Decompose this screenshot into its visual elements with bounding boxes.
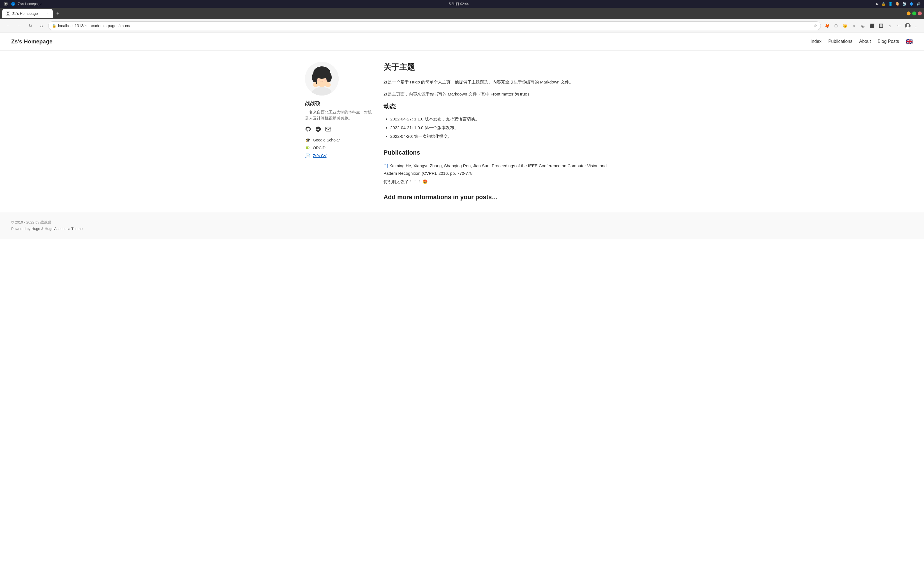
news-title: 动态 (383, 102, 619, 111)
back-button[interactable]: ← (3, 21, 12, 30)
browser-toolbar: ← → ↻ ⌂ 🔒 localhost:1313/zs-academic-pag… (0, 19, 924, 32)
person-name: 战战硕 (305, 100, 372, 107)
system-datetime: 5月1日 02:44 (42, 2, 876, 6)
main-container: 战战硕 一名来自西北工业大学的本科生，对机器人及计算机视觉感兴趣。 (294, 51, 630, 212)
pub-entry-1: [1] Kaiming He, Xiangyu Zhang, Shaoqing … (383, 162, 619, 185)
news-item-2: 2022-04-21: 1.0.0 第一个版本发布。 (390, 124, 619, 131)
orcid-icon: ID (305, 145, 311, 151)
url-text: localhost:1313/zs-academic-pages/zh-cn/ (58, 24, 812, 28)
about-para1: 这是一个基于 Hugo 的简单个人主页。他提供了主题渲染、内容完全取决于你编写的… (383, 78, 619, 86)
system-bar-left: E e Zs's Homepage (3, 2, 42, 6)
video-icon: ▶ (876, 2, 879, 6)
svg-line-14 (319, 78, 321, 78)
active-tab[interactable]: Z Zs's Homepage × (2, 9, 53, 18)
nav-about[interactable]: About (859, 39, 871, 44)
scholar-icon: 🎓 (305, 137, 311, 143)
window-controls (906, 11, 922, 15)
address-bar[interactable]: 🔒 localhost:1313/zs-academic-pages/zh-cn… (48, 21, 821, 30)
system-app-icon: E (3, 2, 8, 6)
github-icon[interactable] (305, 126, 312, 133)
page-content: Zs's Homepage Index Publications About B… (0, 32, 924, 577)
nav-publications[interactable]: Publications (828, 39, 852, 44)
refresh-button[interactable]: ↻ (26, 21, 35, 30)
hugo-link[interactable]: Hugo (410, 79, 420, 84)
pub-text: [1] Kaiming He, Xiangyu Zhang, Shaoqing … (383, 162, 619, 177)
language-flag[interactable]: 🇬🇧 (906, 38, 913, 45)
svg-point-5 (906, 24, 909, 26)
google-scholar-link[interactable]: 🎓 Google Scholar (305, 137, 372, 143)
edge-icon: e (11, 2, 16, 6)
ext2-icon[interactable]: 🐱 (841, 22, 849, 30)
bluetooth-icon: 🔷 (909, 2, 914, 6)
site-nav: Index Publications About Blog Posts 🇬🇧 (811, 38, 913, 45)
svg-text:E: E (5, 3, 7, 6)
home-button[interactable]: ⌂ (37, 21, 46, 30)
ext8-icon[interactable]: ↩ (895, 22, 903, 30)
social-links (305, 126, 372, 133)
add-more-heading: Add more informations in your posts… (383, 193, 619, 201)
hugo-footer-link[interactable]: Hugo (31, 227, 40, 231)
footer-powered-by: Powered by Hugo & Hugo Academia Theme (11, 226, 913, 232)
volume-icon: 🔊 (916, 2, 921, 6)
nav-blog-posts[interactable]: Blog Posts (878, 39, 899, 44)
lock-icon: 🔒 (881, 2, 885, 6)
tab-bar: Z Zs's Homepage × + (0, 8, 924, 19)
site-title[interactable]: Zs's Homepage (11, 39, 52, 45)
browser-window: E e Zs's Homepage 5月1日 02:44 ▶ 🔒 🌐 🎨 📡 🔷… (0, 0, 924, 577)
svg-line-15 (322, 78, 325, 78)
telegram-icon[interactable] (315, 126, 322, 133)
nav-index[interactable]: Index (811, 39, 821, 44)
svg-rect-20 (326, 127, 331, 131)
firefox-icon[interactable]: 🦊 (823, 22, 831, 30)
forward-button[interactable]: → (15, 21, 24, 30)
globe-icon: 🌐 (888, 2, 893, 6)
publications-section: Publications [1] Kaiming He, Xiangyu Zha… (383, 149, 619, 185)
ext7-icon[interactable]: ⌂ (886, 22, 894, 30)
avatar-container (305, 62, 339, 95)
tab-title: Zs's Homepage (12, 11, 40, 16)
site-header: Zs's Homepage Index Publications About B… (0, 32, 924, 51)
publications-title: Publications (383, 149, 619, 156)
svg-point-16 (317, 79, 320, 81)
signal-icon: 📡 (902, 2, 906, 6)
orcid-link[interactable]: ID ORCID (305, 145, 372, 151)
news-item-1: 2022-04-27: 1.1.0 版本发布，支持双语言切换。 (390, 115, 619, 122)
toolbar-extensions: 🦊 ⬡ 🐱 ○ ◎ ⬛ 🔲 ⌂ ↩ … (823, 22, 921, 30)
pub-comment: 何凯明太强了！！！ 🤩 (383, 179, 619, 185)
security-icon: 🔒 (52, 24, 57, 28)
profile-icon[interactable] (904, 22, 912, 30)
maximize-button[interactable] (912, 11, 916, 15)
about-para2: 这是主页面，内容来源于你书写的 Markdown 文件（其中 Front mat… (383, 90, 619, 98)
new-tab-button[interactable]: + (54, 10, 62, 18)
close-button[interactable] (918, 11, 922, 15)
ext3-icon[interactable]: ○ (850, 22, 858, 30)
minimize-button[interactable] (906, 11, 911, 15)
ext5-icon[interactable]: ⬛ (868, 22, 876, 30)
color-icon: 🎨 (895, 2, 900, 6)
pub-number: [1] (383, 163, 388, 168)
system-tray: ▶ 🔒 🌐 🎨 📡 🔷 🔊 (876, 2, 921, 6)
extra-links: 🎓 Google Scholar ID ORCID 📄 Zs's CV (305, 137, 372, 158)
ext6-icon[interactable]: 🔲 (877, 22, 885, 30)
news-item-3: 2022-04-20: 第一次初始化提交。 (390, 132, 619, 140)
theme-footer-link[interactable]: Hugo Academia Theme (45, 227, 83, 231)
site-footer: © 2019 - 2022 by 战战硕 Powered by Hugo & H… (0, 212, 924, 239)
cv-link[interactable]: 📄 Zs's CV (305, 153, 372, 158)
more-button[interactable]: … (913, 22, 921, 30)
about-title: 关于主题 (383, 62, 619, 73)
ext1-icon[interactable]: ⬡ (832, 22, 840, 30)
person-bio: 一名来自西北工业大学的本科生，对机器人及计算机视觉感兴趣。 (305, 109, 372, 122)
system-bar: E e Zs's Homepage 5月1日 02:44 ▶ 🔒 🌐 🎨 📡 🔷… (0, 0, 924, 8)
tab-favicon: Z (6, 11, 10, 16)
ext4-icon[interactable]: ◎ (859, 22, 867, 30)
tab-close-button[interactable]: × (45, 11, 49, 16)
cv-icon: 📄 (305, 153, 311, 158)
svg-text:e: e (13, 3, 14, 6)
sidebar: 战战硕 一名来自西北工业大学的本科生，对机器人及计算机视觉感兴趣。 (305, 62, 372, 201)
footer-copyright: © 2019 - 2022 by 战战硕 (11, 219, 913, 226)
avatar (305, 62, 339, 95)
bookmark-icon: ☆ (814, 24, 817, 28)
email-icon[interactable] (325, 126, 332, 133)
main-content: 关于主题 这是一个基于 Hugo 的简单个人主页。他提供了主题渲染、内容完全取决… (383, 62, 619, 201)
news-list: 2022-04-27: 1.1.0 版本发布，支持双语言切换。 2022-04-… (383, 115, 619, 140)
